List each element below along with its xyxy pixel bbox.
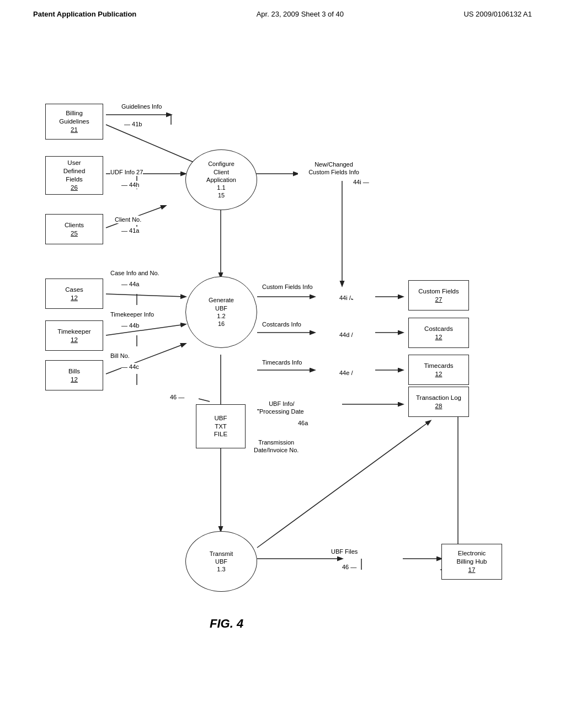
- timekeeper-info-label: Timekeeper Info: [110, 311, 154, 318]
- svg-line-0: [106, 125, 199, 164]
- custom-fields-box: Custom Fields 27: [408, 280, 469, 311]
- transmit-ubf-text: TransmitUBF1.3: [210, 550, 233, 574]
- header-left: Patent Application Publication: [33, 10, 136, 18]
- billing-guidelines-num: 21: [71, 126, 78, 134]
- clients-box: Clients 25: [45, 214, 103, 244]
- clients-num: 25: [71, 229, 78, 238]
- transmit-ubf-oval: TransmitUBF1.3: [185, 531, 257, 592]
- costcards-info-label: Costcards Info: [262, 320, 301, 328]
- ubf-txt-file-box: UBFTXTFILE: [196, 404, 246, 448]
- l44d-label: 44d /: [339, 331, 353, 339]
- bills-box: Bills 12: [45, 360, 103, 390]
- cases-box: Cases 12: [45, 279, 103, 309]
- udf-info-label: UDF Info 27: [110, 168, 143, 176]
- custom-fields-info-mid-label: Custom Fields Info: [262, 283, 313, 291]
- user-defined-fields-box: UserDefinedFields 26: [45, 156, 103, 195]
- configure-client-num: 15: [218, 191, 225, 199]
- custom-fields-num: 27: [435, 296, 443, 304]
- guidelines-info-label: Guidelines Info: [121, 103, 162, 110]
- transaction-log-num: 28: [435, 402, 443, 410]
- timecards-info-label: Timecards Info: [262, 358, 302, 366]
- electronic-billing-hub-box: ElectronicBilling Hub 17: [441, 544, 502, 580]
- billing-guidelines-box: BillingGuidelines 21: [45, 104, 103, 140]
- bills-num: 12: [71, 376, 78, 384]
- l44a-label: — 44a: [121, 280, 139, 288]
- custom-fields-text: Custom Fields: [418, 287, 459, 296]
- electronic-billing-hub-text: ElectronicBilling Hub: [457, 549, 487, 566]
- ubf-txt-file-text: UBFTXTFILE: [214, 414, 227, 439]
- l44c-label: — 44c: [121, 363, 139, 371]
- cases-text: Cases: [65, 286, 83, 294]
- svg-line-10: [106, 294, 185, 297]
- timekeeper-num: 12: [71, 336, 78, 344]
- costcards-box: Costcards 12: [408, 318, 469, 348]
- costcards-text: Costcards: [424, 325, 453, 333]
- header-center: Apr. 23, 2009 Sheet 3 of 40: [257, 10, 344, 18]
- page: Patent Application Publication Apr. 23, …: [0, 0, 565, 728]
- costcards-num: 12: [435, 333, 443, 341]
- l41b-label: — 41b: [124, 120, 142, 128]
- billing-guidelines-text: BillingGuidelines: [59, 109, 89, 126]
- clients-text: Clients: [65, 221, 84, 229]
- l44b-label: — 44b: [121, 322, 139, 329]
- svg-line-15: [106, 324, 185, 335]
- svg-line-26: [199, 399, 210, 402]
- user-defined-fields-text: UserDefinedFields: [63, 159, 86, 184]
- electronic-billing-hub-num: 17: [468, 566, 476, 574]
- timecards-text: Timecards: [424, 362, 453, 370]
- l44e-label: 44e /: [339, 369, 353, 377]
- l46-label: 46 —: [170, 393, 184, 401]
- page-header: Patent Application Publication Apr. 23, …: [0, 0, 565, 18]
- transaction-log-box: Transaction Log 28: [408, 387, 469, 417]
- cases-num: 12: [71, 294, 78, 302]
- case-info-label: Case Info and No.: [110, 269, 159, 277]
- timekeeper-text: Timekeeper: [57, 328, 90, 336]
- diagram-area: BillingGuidelines 21 UserDefinedFields 2…: [0, 18, 565, 691]
- l46a-label: 46a: [298, 419, 308, 427]
- timecards-box: Timecards 12: [408, 355, 469, 385]
- generate-ubf-oval: GenerateUBF1.2 16: [185, 276, 257, 348]
- configure-client-oval: ConfigureClientApplication1.1 15: [185, 149, 257, 210]
- l46b-label: 46 —: [342, 563, 356, 571]
- client-no-label: Client No.: [115, 216, 141, 223]
- figure-caption: FIG. 4: [210, 617, 243, 631]
- l41a-label: — 41a: [121, 227, 139, 234]
- user-defined-fields-num: 26: [71, 184, 78, 192]
- transaction-log-text: Transaction Log: [416, 394, 461, 402]
- l44i-top-label: 44i —: [353, 178, 369, 186]
- transmission-date-label: Transmission Date/Invoice No.: [254, 438, 299, 454]
- generate-ubf-text: GenerateUBF1.2: [209, 296, 234, 320]
- ubf-info-label: UBF Info/ Processing Date: [259, 400, 304, 416]
- bill-no-label: Bill No.: [110, 352, 130, 360]
- bills-text: Bills: [68, 367, 80, 376]
- l44h-label: — 44h: [121, 181, 139, 189]
- configure-client-text: ConfigureClientApplication1.1: [206, 160, 236, 191]
- ubf-files-label: UBF Files: [331, 548, 358, 555]
- l44i-mid-label: 44i /: [339, 294, 351, 302]
- generate-ubf-num: 16: [218, 320, 225, 328]
- timecards-num: 12: [435, 370, 443, 378]
- timekeeper-box: Timekeeper 12: [45, 320, 103, 351]
- header-right: US 2009/0106132 A1: [463, 10, 532, 18]
- new-changed-label: New/Changed Custom Fields Info: [298, 160, 370, 176]
